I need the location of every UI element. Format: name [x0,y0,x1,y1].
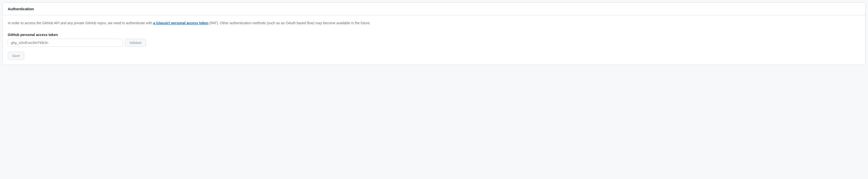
github-token-input[interactable] [8,39,122,47]
card-title: Authentication [8,7,860,11]
token-input-row: Validate [8,39,860,47]
description-prefix: In order to access the GitHub API and an… [8,21,153,25]
description-suffix: (PAT). Other authentication methods (suc… [209,21,371,25]
card-body: In order to access the GitHub API and an… [3,15,865,65]
card-header: Authentication [3,3,865,15]
validate-button[interactable]: Validate [125,39,146,47]
token-label: GitHub personal access token [8,33,860,37]
pat-docs-link[interactable]: a (classic) personal access token [153,21,209,25]
description-text: In order to access the GitHub API and an… [8,20,860,26]
authentication-card: Authentication In order to access the Gi… [2,2,866,65]
save-button[interactable]: Save [8,52,24,60]
